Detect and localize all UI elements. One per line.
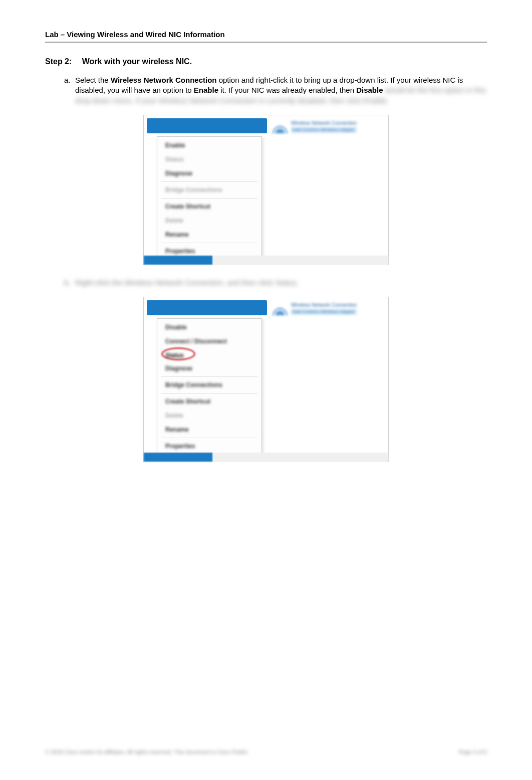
step-text: Work with your wireless NIC. <box>82 57 192 66</box>
adapter-subtitle: Intel Centrino Wireless Adapter <box>291 127 357 133</box>
menu-rename: Rename <box>157 228 261 242</box>
screenshot-footer <box>144 256 388 265</box>
menu-delete-2: Delete <box>157 409 261 423</box>
menu-enable: Enable <box>157 138 261 152</box>
menu-disable: Disable <box>157 320 261 334</box>
bold-enable: Enable <box>194 86 218 94</box>
text-pre1: Select the <box>75 76 111 84</box>
menu-separator <box>161 438 257 438</box>
wifi-adapter-tile: Wireless Network Connection Intel Centri… <box>270 118 385 135</box>
menu-diagnose: Diagnose <box>157 166 261 180</box>
step-heading: Step 2: Work with your wireless NIC. <box>45 57 487 66</box>
menu-separator <box>161 181 257 182</box>
list-letter: a. <box>64 75 75 106</box>
menu-separator <box>161 198 257 199</box>
menu-bridge-2: Bridge Connections <box>157 378 261 392</box>
bold-wnc: Wireless Network Connection <box>111 76 217 84</box>
adapter-title-2: Wireless Network Connection <box>291 302 357 308</box>
menu-rename-2: Rename <box>157 423 261 437</box>
list-item-b: b. Right-click the Wireless Network Conn… <box>45 278 487 288</box>
selected-adapter-tile <box>147 118 267 133</box>
menu-shortcut: Create Shortcut <box>157 200 261 214</box>
wifi-adapter-tile-2: Wireless Network Connection Intel Centri… <box>270 300 385 317</box>
list-content-b: Right-click the Wireless Network Connect… <box>75 278 487 288</box>
menu-bridge: Bridge Connections <box>157 183 261 197</box>
page-footer: © 2016 Cisco and/or its affiliates. All … <box>45 749 487 755</box>
menu-status-highlighted: Status <box>157 348 261 361</box>
adapter-title: Wireless Network Connection <box>291 120 357 126</box>
menu-connect: Connect / Disconnect <box>157 334 261 348</box>
menu-separator <box>161 393 257 394</box>
menu-properties-2: Properties <box>157 439 261 453</box>
context-menu-1: Enable Status Diagnose Bridge Connection… <box>157 136 262 260</box>
list-item-a: a. Select the Wireless Network Connectio… <box>64 75 487 106</box>
wifi-icon <box>272 302 288 315</box>
screenshot-context-menu-2: Wireless Network Connection Intel Centri… <box>143 297 389 462</box>
header-rule <box>45 42 487 43</box>
document-header: Lab – Viewing Wireless and Wired NIC Inf… <box>45 30 487 42</box>
adapter-subtitle-2: Intel Centrino Wireless Adapter <box>291 309 357 315</box>
list-letter-b: b. <box>64 278 75 288</box>
selected-adapter-tile-2 <box>147 300 267 315</box>
menu-separator <box>161 376 257 377</box>
list-content-a: Select the Wireless Network Connection o… <box>75 75 487 106</box>
menu-separator <box>161 243 257 243</box>
menu-status-text: Status <box>165 352 184 359</box>
menu-diagnose-2: Diagnose <box>157 361 261 375</box>
menu-status: Status <box>157 152 261 166</box>
bold-disable: Disable <box>356 86 383 94</box>
footer-copyright: © 2016 Cisco and/or its affiliates. All … <box>45 749 249 755</box>
step-number: Step 2: <box>45 57 72 66</box>
wifi-icon <box>272 120 288 133</box>
menu-shortcut-2: Create Shortcut <box>157 395 261 409</box>
footer-page-number: Page 3 of 9 <box>459 749 487 755</box>
menu-delete: Delete <box>157 214 261 228</box>
screenshot-footer-2 <box>144 453 388 462</box>
text-mid2: it. If your NIC was already enabled, the… <box>218 86 356 94</box>
screenshot-context-menu-1: Wireless Network Connection Intel Centri… <box>143 115 389 265</box>
context-menu-2: Disable Connect / Disconnect Status Diag… <box>157 318 262 455</box>
